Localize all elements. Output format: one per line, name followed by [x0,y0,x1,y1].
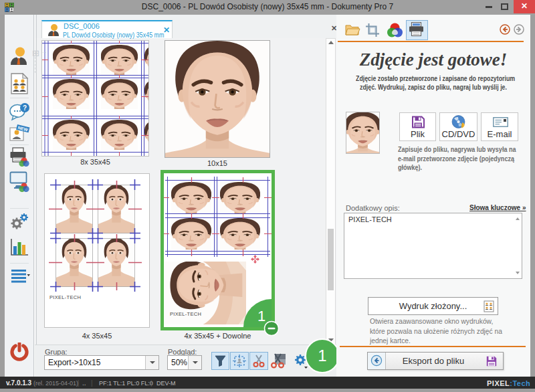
svg-text:?: ? [23,104,27,112]
